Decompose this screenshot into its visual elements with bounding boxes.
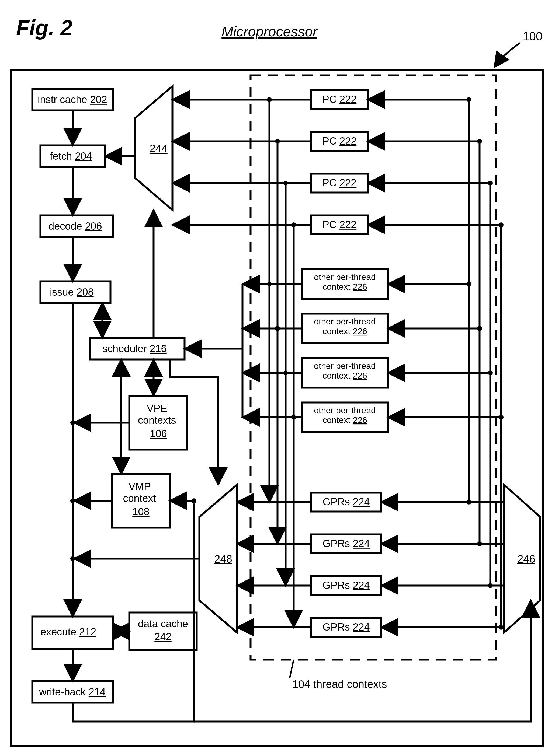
svg-text:PC  222: PC 222 bbox=[323, 177, 357, 188]
block-vmp-context: VMP context 108 bbox=[112, 474, 170, 528]
mux-244: 244 bbox=[135, 86, 172, 210]
block-execute: execute 212 bbox=[32, 617, 113, 649]
ctx-block-group: other per-threadcontext 226other per-thr… bbox=[302, 269, 388, 432]
block-write-back: write-back 214 bbox=[32, 681, 113, 703]
svg-point-49 bbox=[70, 420, 75, 425]
svg-text:PC  222: PC 222 bbox=[323, 135, 357, 147]
svg-text:GPRs  224: GPRs 224 bbox=[323, 580, 370, 591]
svg-point-51 bbox=[70, 498, 75, 503]
svg-text:data cache: data cache bbox=[138, 618, 188, 629]
svg-text:GPRs  224: GPRs 224 bbox=[323, 496, 370, 508]
block-issue: issue 208 bbox=[40, 281, 111, 303]
block-data-cache: data cache 242 bbox=[129, 613, 197, 650]
block-fetch: fetch 204 bbox=[40, 145, 105, 167]
mux-246: 246 bbox=[504, 485, 540, 633]
svg-text:other per-threadcontext  226: other per-threadcontext 226 bbox=[314, 272, 376, 292]
svg-text:scheduler  216: scheduler 216 bbox=[102, 343, 167, 354]
ref-arrow-100 bbox=[495, 43, 520, 67]
svg-text:244: 244 bbox=[150, 142, 168, 154]
diagram-canvas: Fig. 2 Microprocessor 100 104 thread con… bbox=[0, 0, 555, 756]
svg-text:fetch  204: fetch 204 bbox=[50, 150, 92, 162]
svg-text:248: 248 bbox=[214, 553, 232, 565]
svg-text:PC  222: PC 222 bbox=[323, 94, 357, 105]
block-scheduler: scheduler 216 bbox=[90, 338, 184, 360]
svg-text:242: 242 bbox=[155, 631, 171, 643]
svg-text:other per-threadcontext  226: other per-threadcontext 226 bbox=[314, 317, 376, 336]
svg-point-55 bbox=[70, 556, 75, 561]
svg-text:write-back  214: write-back 214 bbox=[39, 686, 105, 698]
svg-text:decode  206: decode 206 bbox=[48, 221, 102, 232]
block-vpe-contexts: VPE contexts 106 bbox=[129, 396, 187, 450]
svg-text:GPRs  224: GPRs 224 bbox=[323, 621, 370, 633]
block-decode: decode 206 bbox=[40, 216, 113, 237]
svg-text:PC  222: PC 222 bbox=[323, 219, 357, 230]
block-instr-cache: instr cache 202 bbox=[32, 89, 113, 110]
svg-text:246: 246 bbox=[517, 553, 535, 565]
svg-text:issue  208: issue 208 bbox=[50, 286, 94, 298]
svg-text:execute  212: execute 212 bbox=[40, 626, 96, 637]
figure-label: Fig. 2 bbox=[16, 16, 73, 40]
svg-text:GPRs  224: GPRs 224 bbox=[323, 538, 370, 549]
svg-text:other per-threadcontext  226: other per-threadcontext 226 bbox=[314, 361, 376, 380]
mux-248: 248 bbox=[199, 485, 237, 633]
page-title: Microprocessor bbox=[221, 24, 318, 39]
thread-contexts-pointer bbox=[290, 660, 294, 678]
pc-block-group: PC 222PC 222PC 222PC 222 bbox=[311, 90, 368, 234]
gpr-block-group: GPRs 224GPRs 224GPRs 224GPRs 224 bbox=[311, 493, 381, 637]
svg-text:instr cache  202: instr cache 202 bbox=[38, 94, 107, 105]
svg-text:other per-threadcontext  226: other per-threadcontext 226 bbox=[314, 406, 376, 425]
ref-number-100: 100 bbox=[523, 30, 542, 43]
thread-contexts-label: 104 thread contexts bbox=[292, 678, 387, 690]
